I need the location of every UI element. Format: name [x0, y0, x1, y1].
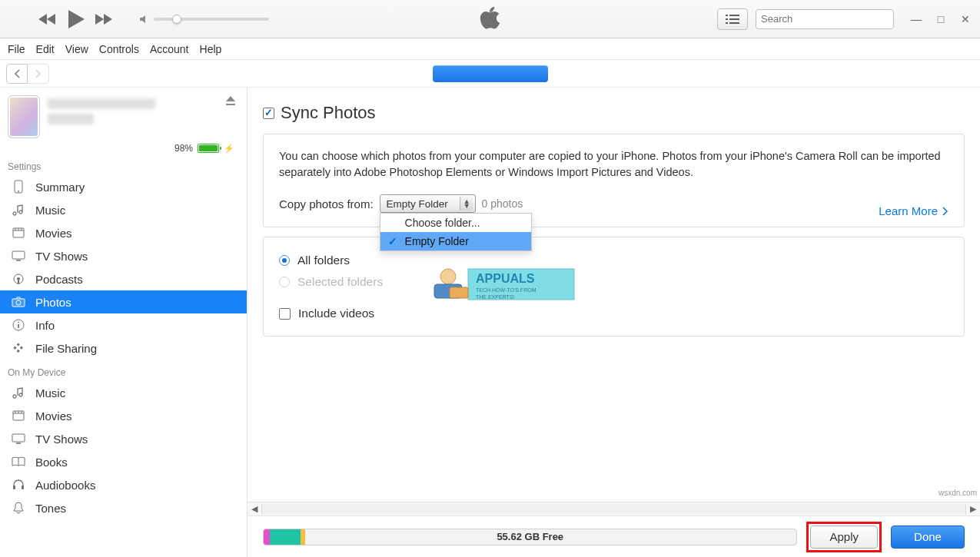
tv-icon — [11, 250, 26, 261]
sidebar-item-label: Movies — [35, 409, 72, 423]
eject-button[interactable] — [225, 95, 236, 108]
menu-edit[interactable]: Edit — [36, 43, 55, 55]
music-icon — [11, 386, 26, 399]
sidebar-item-label: File Sharing — [35, 342, 97, 355]
sidebar-item-label: Photos — [35, 296, 71, 309]
sidebar-item-label: Audiobooks — [35, 479, 95, 492]
photo-count: 0 photos — [482, 197, 523, 210]
learn-more-link[interactable]: Learn More — [879, 204, 948, 217]
done-button[interactable]: Done — [891, 526, 965, 549]
content-scroll[interactable]: Sync Photos You can choose which photos … — [247, 88, 980, 502]
playback-controls — [37, 8, 115, 30]
dropdown-button[interactable]: Empty Folder ▲▼ — [380, 194, 476, 213]
previous-button[interactable] — [37, 12, 58, 26]
sidebar-device-audiobooks[interactable]: Audiobooks — [0, 473, 247, 496]
scroll-left-button[interactable]: ◀ — [247, 504, 261, 514]
dropdown-stepper-icon: ▲▼ — [463, 199, 470, 208]
radio-all-label: All folders — [297, 254, 350, 267]
sidebar-item-label: Music — [35, 204, 65, 217]
volume-knob[interactable] — [172, 15, 181, 24]
list-view-button[interactable] — [717, 8, 748, 30]
radio-all-folders[interactable]: All folders — [279, 250, 948, 271]
include-videos-row[interactable]: Include videos — [279, 307, 948, 320]
scroll-right-button[interactable]: ▶ — [966, 504, 980, 514]
copy-from-row: Copy photos from: Empty Folder ▲▼ Choose… — [279, 194, 948, 213]
sidebar-section-device: On My Device — [0, 360, 247, 381]
play-button[interactable] — [66, 8, 86, 30]
sync-photos-title: Sync Photos — [281, 103, 376, 123]
info-box: You can choose which photos from your co… — [263, 134, 965, 227]
sidebar-item-photos[interactable]: Photos — [0, 290, 247, 313]
close-button[interactable]: ✕ — [957, 13, 974, 25]
podcast-icon — [11, 273, 26, 285]
sidebar-item-filesharing[interactable]: File Sharing — [0, 337, 247, 360]
info-icon — [11, 319, 26, 331]
sidebar-item-info[interactable]: Info — [0, 313, 247, 337]
radio-selected-folders: Selected folders — [279, 271, 948, 293]
device-pill-button[interactable] — [433, 65, 548, 82]
sidebar-item-movies[interactable]: Movies — [0, 221, 247, 244]
sidebar-device-tvshows[interactable]: TV Shows — [0, 427, 247, 450]
apps-icon — [11, 342, 26, 354]
nav-back-button[interactable] — [6, 64, 28, 84]
copy-from-dropdown[interactable]: Empty Folder ▲▼ Choose folder... Empty F… — [380, 194, 476, 213]
horizontal-scrollbar[interactable]: ◀ ▶ — [247, 502, 980, 516]
menu-help[interactable]: Help — [200, 43, 222, 55]
include-videos-checkbox[interactable] — [279, 308, 291, 320]
device-name-block — [48, 95, 239, 138]
sidebar-section-settings: Settings — [0, 154, 247, 175]
apply-button[interactable]: Apply — [810, 526, 878, 549]
menu-view[interactable]: View — [65, 43, 88, 55]
sidebar-device-movies[interactable]: Movies — [0, 404, 247, 427]
next-button[interactable] — [94, 12, 115, 26]
copy-from-label: Copy photos from: — [279, 197, 374, 211]
playback-bar: — □ ✕ — [0, 0, 980, 38]
menu-controls[interactable]: Controls — [99, 43, 139, 55]
svg-point-3 — [18, 191, 19, 192]
volume-slider[interactable] — [138, 14, 269, 25]
volume-icon — [138, 14, 149, 25]
dropdown-option-choose[interactable]: Choose folder... — [380, 214, 531, 232]
battery-percent: 98% — [174, 143, 193, 154]
svg-rect-14 — [22, 486, 24, 489]
headphones-icon — [11, 479, 26, 491]
device-header[interactable] — [0, 88, 247, 141]
sidebar-item-label: TV Shows — [35, 250, 88, 263]
volume-track[interactable] — [154, 18, 269, 21]
sidebar-item-label: Music — [35, 386, 65, 400]
device-name-redacted — [48, 98, 155, 109]
sidebar-item-label: Info — [35, 319, 55, 332]
search-input[interactable] — [761, 13, 890, 25]
folder-options-box: All folders Selected folders Include vid… — [263, 237, 965, 337]
sidebar-item-summary[interactable]: Summary — [0, 175, 247, 198]
sidebar-device-tones[interactable]: Tones — [0, 496, 247, 519]
sidebar-device-music[interactable]: Music — [0, 381, 247, 404]
menu-bar: File Edit View Controls Account Help — [0, 38, 980, 60]
sidebar-item-label: Summary — [35, 181, 85, 194]
battery-status: 98% ⚡ — [0, 143, 247, 154]
dropdown-option-empty[interactable]: Empty Folder — [380, 232, 531, 250]
sidebar-item-tvshows[interactable]: TV Shows — [0, 244, 247, 267]
dropdown-menu: Choose folder... Empty Folder — [380, 213, 532, 251]
sidebar-item-podcasts[interactable]: Podcasts — [0, 267, 247, 290]
nav-forward-button[interactable] — [28, 64, 49, 84]
movies-icon — [11, 410, 26, 421]
sidebar-device-books[interactable]: Books — [0, 450, 247, 473]
sidebar-item-music[interactable]: Music — [0, 198, 247, 221]
search-field[interactable] — [756, 9, 894, 29]
svg-point-7 — [17, 277, 20, 280]
radio-all-input[interactable] — [279, 255, 290, 266]
sync-photos-heading: Sync Photos — [263, 103, 965, 123]
footer-bar: 55.62 GB Free Apply Done — [247, 516, 980, 557]
bell-icon — [11, 502, 26, 514]
minimize-button[interactable]: — — [908, 13, 925, 25]
maximize-button[interactable]: □ — [932, 13, 949, 25]
menu-file[interactable]: File — [8, 43, 25, 55]
nav-header — [0, 60, 980, 88]
sync-photos-checkbox[interactable] — [263, 108, 274, 119]
sidebar: 98% ⚡ Settings Summary Music Movies TV S… — [0, 88, 247, 557]
scroll-track[interactable] — [261, 504, 966, 515]
menu-account[interactable]: Account — [150, 43, 189, 55]
nav-back-forward — [6, 64, 49, 84]
svg-text:THE EXPERTS!: THE EXPERTS! — [476, 294, 514, 300]
